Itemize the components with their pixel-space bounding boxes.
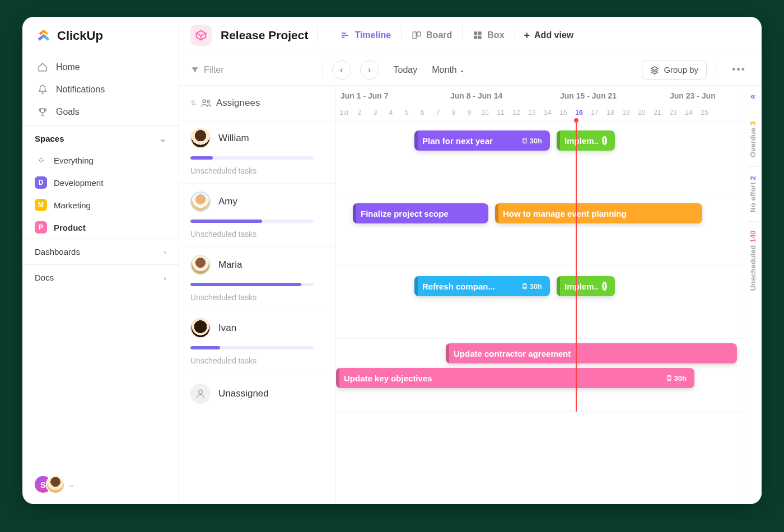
task-bar[interactable]: How to manage event planning: [495, 203, 702, 223]
chevron-down-icon: ⌄: [459, 66, 465, 74]
avatar: [190, 128, 211, 148]
unscheduled-tasks-label[interactable]: Unscheduled tasks: [190, 166, 324, 175]
day-label: 5: [399, 109, 414, 116]
view-timeline[interactable]: Timeline: [332, 25, 399, 46]
day-label: 18: [603, 109, 618, 116]
unassigned-icon: [190, 384, 211, 404]
view-box[interactable]: Box: [465, 25, 512, 46]
timeline-icon: [340, 30, 350, 40]
progress-bar: [190, 346, 314, 349]
nav-goals-label: Goals: [56, 107, 80, 117]
progress-bar: [190, 156, 314, 160]
divider: [462, 25, 463, 40]
nav-home[interactable]: Home: [28, 56, 173, 78]
divider: [716, 63, 716, 77]
more-button[interactable]: •••: [727, 64, 750, 76]
day-label: 2: [352, 109, 367, 116]
unassigned-row[interactable]: Unassigned: [179, 374, 335, 414]
gantt-row: Update contractor agreementUpdate key ob…: [336, 339, 762, 412]
day-label: 16: [571, 109, 587, 116]
timeline-gantt[interactable]: Jun 1 - Jun 7Jun 8 - Jun 14Jun 15 - Jun …: [336, 86, 762, 504]
stat-overdue-count: 3: [749, 122, 757, 125]
day-label: 11: [493, 109, 508, 116]
filter-button[interactable]: Filter: [190, 65, 224, 75]
stat-unscheduled[interactable]: Unscheduled 140: [749, 222, 757, 300]
day-label: 17: [587, 109, 603, 116]
everything-icon: ⁘: [35, 154, 47, 166]
task-bar[interactable]: Finalize project scope: [353, 203, 488, 223]
task-bar[interactable]: Refresh compan...30h: [414, 276, 550, 296]
task-bar[interactable]: Update key objectives30h: [336, 368, 694, 388]
people-icon: [200, 97, 212, 109]
timeline-left-column: ⇅ Assignees William Unscheduled tasks Am…: [179, 86, 336, 504]
day-label: 4: [383, 109, 399, 116]
prev-button[interactable]: ‹: [332, 60, 351, 80]
chevron-down-icon[interactable]: ⌄: [68, 480, 75, 489]
space-item-development[interactable]: DDevelopment: [22, 171, 179, 194]
task-label: Finalize project scope: [361, 209, 449, 218]
week-label: Jun 15 - Jun 21: [556, 86, 665, 105]
stat-noeffort-label: No effort: [749, 182, 757, 212]
assignee-row[interactable]: Maria Unscheduled tasks: [179, 247, 335, 310]
view-board[interactable]: Board: [404, 25, 460, 46]
nav-notifications[interactable]: Notifications: [28, 78, 173, 101]
filter-label: Filter: [204, 65, 224, 75]
alert-icon: !: [602, 136, 607, 145]
svg-rect-2: [474, 31, 478, 35]
layers-icon: [650, 66, 659, 74]
divider: [317, 28, 318, 43]
spaces-header[interactable]: Spaces ⌄: [22, 125, 179, 149]
docs-section[interactable]: Docs ›: [22, 264, 179, 290]
space-badge: D: [35, 176, 47, 189]
dashboards-section[interactable]: Dashboards ›: [22, 239, 179, 264]
unscheduled-tasks-label[interactable]: Unscheduled tasks: [190, 356, 324, 365]
nav-home-label: Home: [56, 62, 80, 72]
assignee-name: Ivan: [218, 323, 236, 334]
space-item-product[interactable]: PProduct: [22, 216, 179, 239]
space-item-marketing[interactable]: MMarketing: [22, 194, 179, 216]
logo[interactable]: ClickUp: [22, 17, 179, 54]
collapse-panel-button[interactable]: «: [750, 91, 755, 101]
gantt-row: Plan for next year30hImplem..!: [336, 120, 762, 193]
day-label: 10: [477, 109, 493, 116]
space-everything[interactable]: ⁘ Everything: [22, 149, 179, 171]
day-label: 1st: [336, 109, 352, 116]
task-label: Update contractor agreement: [454, 349, 571, 358]
task-hours: 30h: [521, 282, 542, 291]
today-button[interactable]: Today: [388, 65, 423, 75]
unscheduled-tasks-label[interactable]: Unscheduled tasks: [190, 230, 324, 239]
unassigned-label: Unassigned: [218, 388, 269, 399]
next-button[interactable]: ›: [360, 60, 379, 80]
project-icon[interactable]: [190, 25, 212, 46]
assignees-header[interactable]: ⇅ Assignees: [179, 86, 335, 120]
week-label: Jun 1 - Jun 7: [336, 86, 446, 105]
week-label: Jun 23 - Jun: [665, 86, 744, 105]
space-label: Development: [54, 178, 103, 188]
task-bar[interactable]: Implem..!: [557, 130, 615, 151]
stat-noeffort[interactable]: No effort 2: [749, 167, 757, 221]
month-select[interactable]: Month ⌄: [432, 65, 464, 75]
nav-goals[interactable]: Goals: [28, 101, 173, 123]
sidebar: ClickUp Home Notifications Goals Spaces …: [22, 17, 179, 504]
day-label: 23: [665, 109, 681, 116]
assignee-row[interactable]: William Unscheduled tasks: [179, 120, 335, 184]
task-bar[interactable]: Implem..!: [557, 276, 615, 296]
assignee-name: Amy: [218, 196, 237, 207]
add-view-button[interactable]: + Add view: [517, 25, 581, 46]
stat-overdue[interactable]: Overdue 3: [749, 113, 757, 166]
unscheduled-tasks-label[interactable]: Unscheduled tasks: [190, 293, 324, 302]
view-tabs: Timeline Board Box + Add view: [332, 25, 580, 46]
header: Release Project Timeline Board Box: [179, 17, 762, 54]
chevron-right-icon: ›: [368, 65, 371, 75]
avatar: [190, 255, 211, 275]
assignee-row[interactable]: Amy Unscheduled tasks: [179, 184, 335, 247]
task-bar[interactable]: Update contractor agreement: [446, 343, 737, 363]
assignee-row[interactable]: Ivan Unscheduled tasks: [179, 310, 335, 374]
task-bar[interactable]: Plan for next year30h: [414, 130, 550, 151]
stat-unscheduled-label: Unscheduled: [749, 245, 757, 291]
group-by-button[interactable]: Group by: [642, 60, 707, 80]
alert-icon: !: [602, 282, 607, 291]
user-avatars[interactable]: S: [34, 475, 65, 494]
progress-bar: [190, 220, 314, 223]
spaces-header-label: Spaces: [35, 134, 64, 143]
